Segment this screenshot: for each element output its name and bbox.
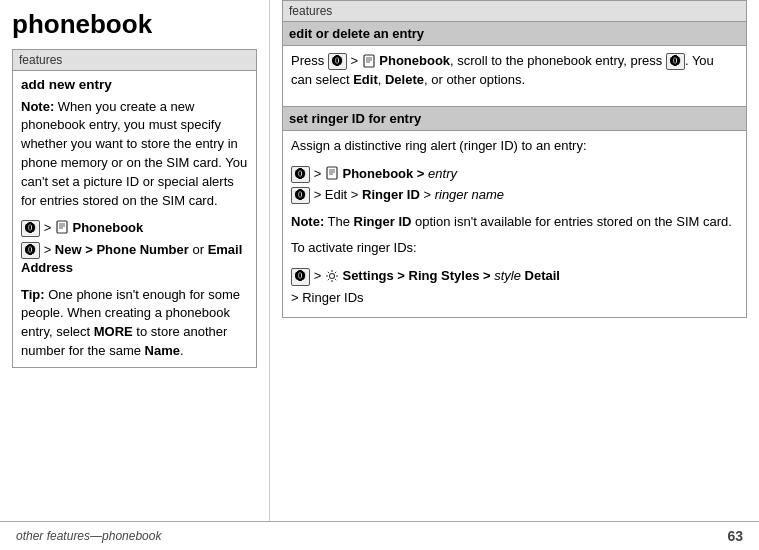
s1-scroll: , scroll to the phonebook entry, press (450, 53, 666, 68)
tip-label: Tip: (21, 287, 45, 302)
s1-mid1: > (347, 53, 362, 68)
left-features-header: features (13, 50, 256, 71)
s2-cmd4-text: > Ringer IDs (291, 290, 364, 305)
menu-key-s2a: ⓿ (291, 166, 310, 183)
s2-cmd2: ⓿ > Edit > Ringer ID > ringer name (291, 185, 738, 205)
page-title: phonebook (12, 10, 257, 39)
right-section1-title: edit or delete an entry (283, 22, 746, 46)
note-label: Note: (21, 99, 54, 114)
left-column: phonebook features add new entry Note: W… (0, 0, 270, 521)
edit-delete-text: Press ⓿ > Phonebook, scroll to the phone… (291, 52, 738, 90)
cmd2-mid: > (44, 242, 55, 257)
svg-rect-8 (327, 167, 337, 179)
s2-note-text2: option isn't available for entries store… (411, 214, 731, 229)
right-section2-title: set ringer ID for entry (283, 106, 746, 131)
right-features-box: features edit or delete an entry Press ⓿… (282, 0, 747, 318)
menu-key-s2c: ⓿ (291, 268, 310, 285)
s2-intro: Assign a distinctive ring alert (ringer … (291, 137, 738, 156)
s2-cmd1: ⓿ > Phonebook > entry (291, 164, 738, 184)
cmd1-mid: > (44, 220, 55, 235)
s2-cmd2a: > Edit > Ringer ID > (314, 187, 435, 202)
cmd1-phonebook: Phonebook (72, 220, 143, 235)
left-features-body: add new entry Note: When you create a ne… (13, 71, 256, 367)
svg-line-18 (335, 279, 336, 280)
svg-line-20 (328, 279, 329, 280)
cmd-line-1: ⓿ > Phonebook (21, 219, 248, 237)
phonebook-icon-s1 (362, 54, 376, 68)
phonebook-icon-s2 (325, 166, 339, 180)
svg-point-12 (329, 273, 334, 278)
s1-comma: , (378, 72, 385, 87)
menu-key-s1b: ⓿ (666, 53, 685, 70)
menu-key-s1: ⓿ (328, 53, 347, 70)
cmd2-or: or (192, 242, 207, 257)
left-features-box: features add new entry Note: When you cr… (12, 49, 257, 368)
tip-period: . (180, 343, 184, 358)
footer-left: other features—phonebook (16, 529, 161, 543)
cmd-line-2: ⓿ > New > Phone Number or Email Address (21, 241, 248, 278)
s2-note-text: The (324, 214, 353, 229)
phonebook-icon-1 (55, 220, 69, 234)
right-section1-body: Press ⓿ > Phonebook, scroll to the phone… (283, 46, 746, 106)
s2-ringerid-cmd: Ringer ID (362, 187, 420, 202)
s1-end: , or other options. (424, 72, 525, 87)
note-text: Note: When you create a new phonebook en… (21, 98, 248, 211)
cmd2-new: New > Phone Number (55, 242, 189, 257)
s2-settings-label: Settings > Ring Styles > (342, 268, 494, 283)
s2-cmd4: > Ringer IDs (291, 288, 738, 308)
note-body: When you create a new phonebook entry, y… (21, 99, 247, 208)
s2-cmd3a: > (314, 268, 325, 283)
s1-edit: Edit (353, 72, 378, 87)
tip-name: Name (145, 343, 180, 358)
tip-more-bold: MORE (94, 324, 133, 339)
settings-icon (325, 269, 339, 283)
right-column: features edit or delete an entry Press ⓿… (270, 0, 759, 521)
svg-line-17 (328, 272, 329, 273)
s1-phonebook: Phonebook (376, 53, 450, 68)
s2-detail: Detail (521, 268, 560, 283)
s2-cmd3: ⓿ > Settings (291, 266, 738, 286)
s2-ringerid-note: Ringer ID (354, 214, 412, 229)
s2-activate: To activate ringer IDs: (291, 239, 738, 258)
menu-key-2: ⓿ (21, 242, 40, 259)
svg-line-19 (335, 272, 336, 273)
s1-pre: Press (291, 53, 328, 68)
s2-ringername: ringer name (435, 187, 504, 202)
page-container: phonebook features add new entry Note: W… (0, 0, 759, 550)
footer: other features—phonebook 63 (0, 521, 759, 550)
s2-cmd1a: > (314, 166, 325, 181)
right-section2-body: Assign a distinctive ring alert (ringer … (283, 131, 746, 318)
s2-note: Note: The Ringer ID option isn't availab… (291, 213, 738, 232)
s2-style: style (494, 268, 521, 283)
left-section-title: add new entry (21, 77, 248, 92)
menu-key-s2b: ⓿ (291, 187, 310, 204)
s1-delete: Delete (385, 72, 424, 87)
s2-phonebook-label: Phonebook > (342, 166, 428, 181)
s2-note-label: Note: (291, 214, 324, 229)
s2-entry: entry (428, 166, 457, 181)
tip-text: Tip: One phone isn't enough for some peo… (21, 286, 248, 361)
footer-right: 63 (727, 528, 743, 544)
main-content: phonebook features add new entry Note: W… (0, 0, 759, 521)
svg-rect-0 (57, 221, 67, 233)
svg-rect-4 (364, 55, 374, 67)
right-features-header: features (283, 1, 746, 22)
menu-key-1: ⓿ (21, 220, 40, 237)
